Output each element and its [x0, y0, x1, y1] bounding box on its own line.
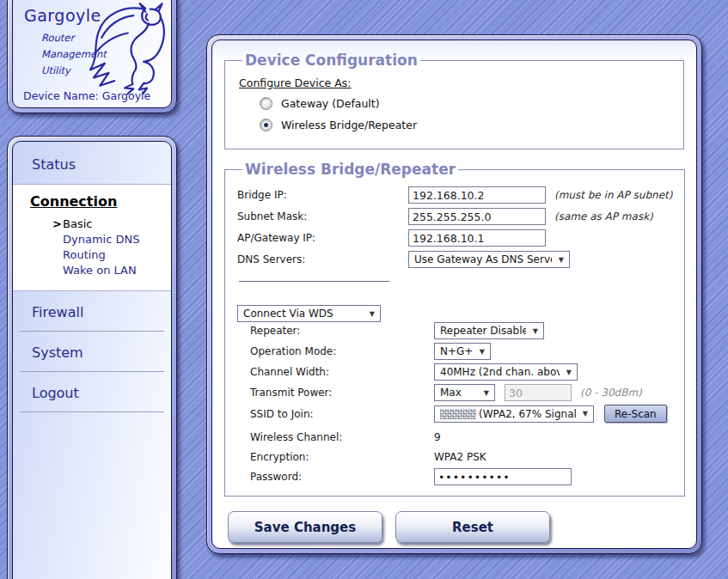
sidebar-item-label: Basic: [63, 217, 92, 230]
ssid-select[interactable]: (WPA2, 67% Signal ▼: [434, 405, 594, 423]
chevron-down-icon: ▼: [473, 348, 485, 356]
configure-device-as-label: Configure Device As:: [239, 76, 671, 89]
sidebar-item-basic[interactable]: > Basic: [30, 216, 171, 232]
encryption-value: WPA2 PSK: [434, 451, 486, 463]
dns-servers-label: DNS Servers:: [237, 253, 408, 265]
bridge-ip-label: Bridge IP:: [237, 189, 408, 201]
transmit-power-row: Transmit Power: Max ▼ (0 - 30dBm): [237, 384, 672, 401]
ap-gateway-ip-row: AP/Gateway IP:: [237, 229, 672, 247]
sidebar-item-label: Wake on LAN: [63, 264, 137, 277]
repeater-label: Repeater:: [237, 325, 434, 337]
rescan-button[interactable]: Re-Scan: [604, 405, 667, 423]
subnet-mask-input[interactable]: [408, 208, 546, 225]
sidebar-item-dynamic-dns[interactable]: Dynamic DNS: [30, 232, 171, 247]
bridge-ip-row: Bridge IP: (must be in AP subnet): [237, 186, 672, 204]
sidebar-section-connection: Connection > Basic Dynamic DNS Routing W…: [13, 184, 171, 291]
subnet-mask-label: Subnet Mask:: [237, 210, 408, 222]
connect-via-selected-value: Connect Via WDS: [243, 308, 333, 320]
section-divider: [239, 281, 389, 282]
repeater-select[interactable]: Repeater Disabled ▼: [434, 322, 544, 339]
sidebar-item-logout[interactable]: Logout: [13, 372, 171, 411]
channel-width-selected-value: 40MHz (2nd chan. above): [440, 366, 560, 378]
main-panel: Device Configuration Configure Device As…: [206, 34, 702, 554]
password-row: Password:: [237, 468, 672, 485]
section-title: Device Configuration: [242, 52, 420, 69]
operation-mode-row: Operation Mode: N+G+B ▼: [237, 343, 672, 360]
save-changes-button[interactable]: Save Changes: [228, 511, 382, 543]
dns-servers-selected-value: Use Gateway As DNS Server: [414, 253, 552, 265]
operation-mode-selected-value: N+G+B: [440, 345, 473, 357]
sidebar-item-wake-on-lan[interactable]: Wake on LAN: [30, 263, 171, 278]
wireless-channel-label: Wireless Channel:: [237, 431, 434, 443]
ssid-censored-block: [440, 409, 476, 419]
connect-via-select[interactable]: Connect Via WDS ▼: [237, 305, 381, 322]
logo-panel-inner: Gargoyle Router Management Utility Devic…: [12, 0, 172, 108]
sidebar-divider: [20, 411, 164, 412]
action-buttons: Save Changes Reset: [228, 511, 696, 543]
channel-width-label: Channel Width:: [237, 366, 434, 378]
logo-panel: Gargoyle Router Management Utility Devic…: [7, 0, 177, 113]
transmit-power-selected-value: Max: [440, 387, 462, 399]
dns-servers-row: DNS Servers: Use Gateway As DNS Server ▼: [237, 251, 672, 268]
active-arrow-icon: >: [52, 216, 62, 232]
bridge-ip-hint: (must be in AP subnet): [554, 189, 672, 201]
wireless-channel-value: 9: [434, 431, 441, 443]
reset-button[interactable]: Reset: [395, 511, 550, 543]
ssid-row: SSID to Join: (WPA2, 67% Signal ▼ Re-Sca…: [237, 405, 672, 423]
sidebar-item-status[interactable]: Status: [13, 142, 171, 184]
sidebar: Status Connection > Basic Dynamic DNS Ro…: [7, 136, 177, 579]
ssid-label: SSID to Join:: [237, 408, 434, 420]
connect-via-row: Connect Via WDS ▼: [237, 305, 672, 322]
wireless-bridge-section: Wireless Bridge/Repeater Bridge IP: (mus…: [224, 161, 685, 497]
chevron-down-icon: ▼: [552, 256, 564, 264]
encryption-label: Encryption:: [237, 451, 434, 463]
dns-servers-select[interactable]: Use Gateway As DNS Server ▼: [408, 251, 570, 268]
sidebar-item-routing[interactable]: Routing: [30, 247, 171, 263]
sidebar-item-label: Dynamic DNS: [63, 233, 139, 246]
transmit-power-label: Transmit Power:: [237, 387, 434, 399]
channel-width-row: Channel Width: 40MHz (2nd chan. above) ▼: [237, 363, 672, 381]
gateway-radio-row: Gateway (Default): [260, 97, 671, 110]
wireless-bridge-radio[interactable]: [260, 119, 272, 131]
password-label: Password:: [237, 471, 434, 483]
chevron-down-icon: ▼: [576, 410, 588, 417]
transmit-power-select[interactable]: Max ▼: [434, 384, 495, 401]
wireless-bridge-radio-label[interactable]: Wireless Bridge/Repeater: [281, 119, 417, 131]
encryption-row: Encryption: WPA2 PSK: [237, 449, 672, 465]
sidebar-item-label: Routing: [63, 248, 106, 261]
wireless-bridge-radio-row: Wireless Bridge/Repeater: [260, 119, 671, 131]
gateway-radio[interactable]: [260, 97, 272, 110]
gargoyle-line-art-icon: [82, 1, 169, 99]
ap-gateway-ip-label: AP/Gateway IP:: [237, 232, 408, 244]
subnet-mask-row: Subnet Mask: (same as AP mask): [237, 208, 672, 225]
chevron-down-icon: ▼: [526, 327, 538, 335]
chevron-down-icon: ▼: [477, 389, 489, 397]
operation-mode-label: Operation Mode:: [237, 345, 434, 357]
wireless-channel-row: Wireless Channel: 9: [237, 430, 672, 445]
password-input[interactable]: [434, 468, 572, 485]
repeater-selected-value: Repeater Disabled: [440, 325, 526, 337]
sidebar-item-connection[interactable]: Connection: [30, 193, 117, 210]
gateway-radio-label[interactable]: Gateway (Default): [281, 97, 380, 110]
ssid-selected-value: (WPA2, 67% Signal: [479, 408, 576, 420]
ap-gateway-ip-input[interactable]: [408, 229, 546, 247]
chevron-down-icon: ▼: [560, 369, 572, 376]
main-panel-inner: Device Configuration Configure Device As…: [211, 40, 697, 549]
repeater-row: Repeater: Repeater Disabled ▼: [237, 322, 672, 339]
device-name-label: Device Name: Gargoyle: [23, 89, 150, 102]
sidebar-item-firewall[interactable]: Firewall: [13, 291, 171, 331]
subnet-mask-hint: (same as AP mask): [554, 210, 653, 222]
transmit-power-manual-input: [505, 384, 572, 401]
operation-mode-select[interactable]: N+G+B ▼: [434, 343, 491, 360]
transmit-power-hint: (0 - 30dBm): [580, 387, 642, 399]
chevron-down-icon: ▼: [363, 310, 375, 318]
section-title: Wireless Bridge/Repeater: [242, 161, 458, 178]
sidebar-item-system[interactable]: System: [13, 332, 171, 371]
sidebar-inner: Status Connection > Basic Dynamic DNS Ro…: [12, 141, 172, 579]
device-configuration-section: Device Configuration Configure Device As…: [224, 52, 684, 149]
channel-width-select[interactable]: 40MHz (2nd chan. above) ▼: [434, 363, 578, 381]
bridge-ip-input[interactable]: [408, 186, 546, 204]
